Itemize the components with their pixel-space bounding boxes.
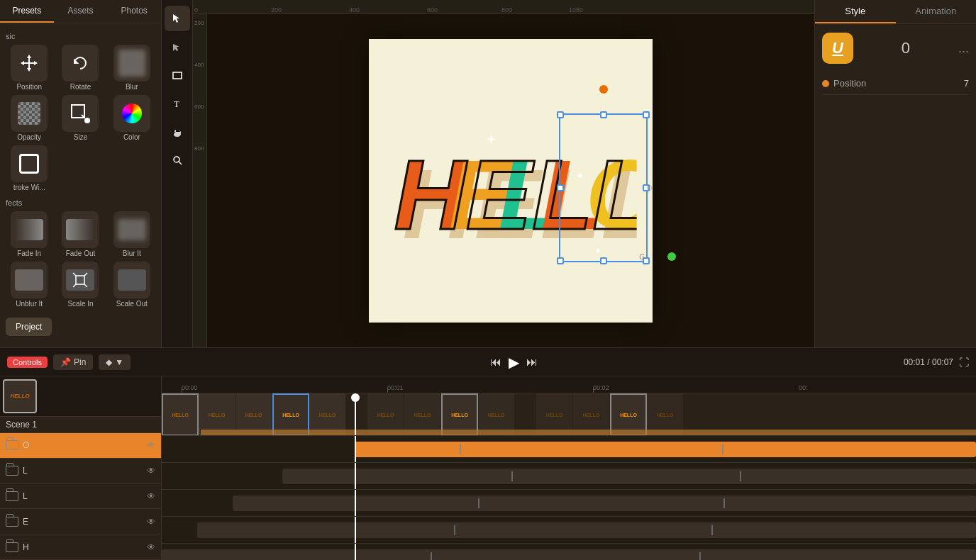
preset-fade-in[interactable]: Fade In [6,211,52,257]
preset-blur-it[interactable]: Blur It [109,211,155,257]
left-panel: Presets Assets Photos sic Position [0,0,162,347]
preset-unblur-it-icon [11,262,48,298]
tool-select-alt[interactable] [165,34,190,60]
preset-fade-out-icon [62,211,99,248]
tab-style[interactable]: Style [815,0,896,23]
effects-section-label: fects [6,198,155,207]
svg-text:HELLO: HELLO [394,139,637,250]
track-o[interactable]: O 👁 [0,433,161,459]
selection-handle-br[interactable] [643,257,650,264]
tracks-area [162,436,976,560]
tool-hand[interactable] [165,119,190,145]
bar-marker-l2-1 [478,498,479,508]
preset-fade-in-icon [11,211,48,248]
tool-rect[interactable] [165,62,190,88]
track-e[interactable]: E 👁 [0,509,161,534]
tool-zoom[interactable] [165,147,190,173]
track-row-l1 [162,463,976,490]
svg-line-8 [179,162,182,164]
ruler-top: 0 200 400 600 800 1080 [193,0,814,14]
track-l1[interactable]: L 👁 [0,459,161,484]
fast-forward-button[interactable]: ⏭ [526,356,538,369]
preset-opacity[interactable]: Opacity [6,95,52,141]
tab-presets[interactable]: Presets [0,0,54,23]
preset-scale-out[interactable]: Scale Out [109,262,155,308]
preset-fade-out-label: Fade Out [66,250,96,257]
track-eye-h[interactable]: 👁 [147,542,155,552]
svg-rect-5 [173,72,182,79]
track-folder-icon-l1 [6,466,18,476]
bar-marker-h-1 [431,552,432,561]
preset-blur[interactable]: Blur [109,45,155,91]
svg-text:T: T [174,99,179,109]
preset-rotate[interactable]: Rotate [57,45,104,91]
keyframe-dropdown-icon: ▼ [115,357,123,367]
diamond-icon: ◆ [106,357,112,367]
track-eye-l2[interactable]: 👁 [147,491,155,501]
track-row-h [162,544,976,560]
selection-handle-mr[interactable] [643,184,650,191]
panel-more-button[interactable]: ... [958,41,969,56]
track-folder-icon-e [6,517,18,527]
preset-scale-out-label: Scale Out [116,300,148,308]
time-display: 00:01 / 00:07 [904,357,953,367]
orange-bar[interactable] [355,442,976,457]
track-row-l2 [162,490,976,517]
track-l2[interactable]: L 👁 [0,484,161,510]
controls-tag: Controls [7,357,48,368]
play-button[interactable]: ▶ [509,354,519,371]
track-label-l2: L [23,491,147,501]
keyframe-button[interactable]: ◆ ▼ [99,354,131,370]
tab-animation[interactable]: Animation [896,0,977,23]
canvas-viewport[interactable]: HELLO H E L L O [207,14,814,347]
track-bar-e [197,522,976,538]
tool-text[interactable]: T [165,91,190,116]
panel-element-icon: U [822,33,853,64]
tool-select[interactable] [165,6,190,31]
rewind-button[interactable]: ⏮ [490,356,501,369]
preset-size-label: Size [74,133,87,141]
bar-marker-l2-2 [723,498,725,508]
preset-fade-out[interactable]: Fade Out [57,211,104,257]
expand-button[interactable]: ⛶ [959,357,969,368]
track-h[interactable]: H 👁 [0,534,161,560]
position-label: Position [822,78,866,89]
track-bar-l2 [233,495,976,511]
basic-presets-grid: Position Rotate [6,45,155,191]
timeline-right: 00:00 00:01 00:02 00: HELLO HELLO [162,376,976,560]
selection-handle-tr[interactable] [643,111,650,118]
pin-button[interactable]: 📌 Pin [53,354,93,370]
preset-stroke-label: troke Wi... [13,184,45,191]
preset-size[interactable]: Size [57,95,104,141]
preset-stroke[interactable]: troke Wi... [6,145,52,191]
track-row-e [162,517,976,544]
track-eye-l1[interactable]: 👁 [147,466,155,476]
tab-assets[interactable]: Assets [54,0,108,23]
preset-unblur-it-label: Unblur It [16,300,43,308]
bar-marker-1 [460,444,461,454]
project-button[interactable]: Project [6,318,52,336]
track-eye-e[interactable]: 👁 [147,517,155,527]
timeline: Controls 📌 Pin ◆ ▼ ⏮ ▶ ⏭ 00:01 / 00:07 ⛶… [0,347,976,560]
film-playhead [355,393,356,435]
preset-color[interactable]: Color [109,95,155,141]
svg-text:✦: ✦ [576,170,584,181]
panel-property-position: Position 7 [822,72,969,95]
panel-value: 0 [902,39,910,57]
preset-position[interactable]: Position [6,45,52,91]
selection-handle-rotation[interactable] [667,252,676,261]
position-value: 7 [964,78,969,89]
tab-photos[interactable]: Photos [107,0,161,23]
canvas-background: HELLO H E L L O [369,39,653,323]
left-panel-content: sic Position [0,23,161,347]
preset-rotate-label: Rotate [70,83,91,91]
track-eye-o[interactable]: 👁 [147,440,155,450]
right-panel: Style Animation U 0 ... Position 7 [814,0,976,347]
bar-marker-h-2 [699,552,701,561]
timeline-controls: Controls 📌 Pin ◆ ▼ ⏮ ▶ ⏭ 00:01 / 00:07 ⛶ [0,348,976,376]
playhead-track-h [355,544,356,560]
thumb-0[interactable]: HELLO [3,379,37,413]
preset-unblur-it[interactable]: Unblur It [6,262,52,308]
preset-blur-icon [113,45,150,82]
preset-scale-in[interactable]: Scale In [57,262,104,308]
